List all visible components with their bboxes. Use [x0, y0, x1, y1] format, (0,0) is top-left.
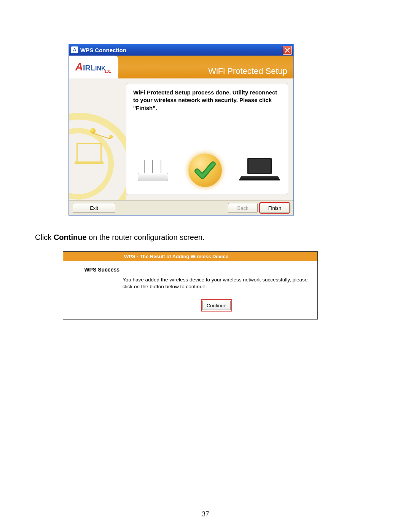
- laptop-icon: [241, 158, 279, 183]
- result-status-label: WPS Success: [70, 267, 123, 310]
- dialog-header-title: WiFi Protected Setup: [208, 66, 287, 76]
- message-panel: WiFi Protected Setup process done. Utili…: [126, 83, 288, 195]
- brand-logo: AIRLINK101: [69, 56, 118, 78]
- dialog-title: WPS Connection: [80, 47, 126, 53]
- instruction-bold: Continue: [54, 233, 87, 241]
- dialog-titlebar[interactable]: A WPS Connection: [69, 44, 293, 56]
- instruction-suffix: on the router configuration screen.: [87, 233, 205, 241]
- result-body-text: You have added the wireless device to yo…: [123, 276, 311, 290]
- exit-button[interactable]: Exit: [73, 203, 115, 213]
- wps-result-panel: WPS - The Result of Adding Wireless Devi…: [63, 251, 318, 320]
- page-number: 37: [0, 510, 411, 518]
- instruction-text: Click Continue on the router configurati…: [35, 233, 205, 242]
- dialog-body: WiFi Protected Setup process done. Utili…: [69, 78, 293, 200]
- finish-button[interactable]: Finish: [260, 203, 290, 213]
- continue-button[interactable]: Continue: [202, 301, 231, 310]
- router-icon: [135, 157, 170, 184]
- success-check-icon: [188, 153, 222, 187]
- back-button: Back: [228, 203, 258, 213]
- result-panel-header: WPS - The Result of Adding Wireless Devi…: [63, 252, 317, 261]
- sidebar-decoration: [69, 78, 126, 200]
- instruction-prefix: Click: [35, 233, 54, 241]
- close-icon[interactable]: [283, 46, 292, 55]
- app-icon: A: [71, 46, 78, 53]
- dialog-brand-header: AIRLINK101 WiFi Protected Setup: [69, 56, 293, 78]
- status-message: WiFi Protected Setup process done. Utili…: [133, 89, 281, 112]
- wps-connection-dialog: A WPS Connection AIRLINK101 WiFi Protect…: [68, 44, 294, 216]
- dialog-footer: Exit Back Finish: [69, 200, 293, 215]
